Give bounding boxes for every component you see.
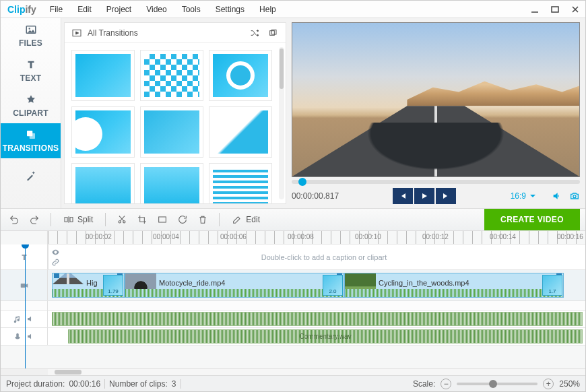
zoom-out-button[interactable]: − bbox=[441, 379, 451, 389]
sidebar-item-transitions[interactable]: TRANSITIONS bbox=[1, 123, 61, 158]
zoom-value: 250% bbox=[559, 379, 580, 389]
panel-title: All Transitions bbox=[88, 28, 138, 38]
svg-rect-4 bbox=[29, 133, 34, 139]
playhead[interactable] bbox=[25, 244, 26, 368]
frame-button[interactable] bbox=[154, 211, 170, 228]
music-track-icon bbox=[13, 315, 22, 324]
sidebar: FILES TEXT CLIPART TRANSITIONS bbox=[1, 18, 61, 208]
video-track-lane[interactable]: Hig 1.79 Motocycle_ride.mp4 2.0 bbox=[48, 270, 585, 300]
text-track-hint: Double-click to add a caption or clipart bbox=[261, 253, 387, 261]
star-icon bbox=[25, 94, 37, 106]
cut-button[interactable] bbox=[114, 211, 130, 228]
link-icon[interactable] bbox=[51, 258, 60, 267]
panel-scrollbar[interactable] bbox=[279, 47, 284, 199]
sidebar-item-clipart[interactable]: CLIPART bbox=[1, 88, 61, 123]
app-logo: Clipify bbox=[1, 4, 43, 15]
timeline-h-scroll[interactable] bbox=[1, 368, 585, 375]
svg-point-2 bbox=[28, 28, 30, 29]
clip-count-value: 3 bbox=[172, 379, 176, 389]
transition-thumb[interactable] bbox=[140, 163, 203, 203]
clip-count-label: Number of clips: bbox=[109, 379, 168, 389]
transition-thumb[interactable] bbox=[71, 106, 135, 158]
menu-project[interactable]: Project bbox=[100, 2, 138, 17]
next-button[interactable] bbox=[436, 188, 456, 204]
snapshot-icon[interactable] bbox=[569, 191, 580, 201]
sidebar-label: TEXT bbox=[20, 73, 41, 83]
menu-help[interactable]: Help bbox=[253, 2, 283, 17]
delete-button[interactable] bbox=[195, 211, 211, 228]
edit-button[interactable]: Edit bbox=[228, 211, 264, 228]
video-clip[interactable]: Hig 1.79 bbox=[52, 273, 125, 298]
undo-button[interactable] bbox=[6, 211, 22, 228]
preview-pane: 00:00:00.817 16:9 bbox=[289, 18, 585, 208]
rotate-button[interactable] bbox=[174, 211, 191, 228]
wand-icon bbox=[25, 170, 37, 182]
music-track-lane[interactable] bbox=[48, 311, 585, 327]
text-track-icon bbox=[20, 253, 29, 262]
window-close-button[interactable] bbox=[565, 2, 585, 17]
track-head-voice bbox=[1, 328, 48, 345]
project-duration-value: 00:00:16 bbox=[69, 379, 100, 389]
split-button[interactable]: Split bbox=[59, 211, 97, 228]
transition-thumb[interactable] bbox=[209, 163, 272, 203]
mic-track-icon bbox=[13, 332, 22, 341]
window-maximize-button[interactable] bbox=[545, 2, 565, 17]
aspect-ratio-button[interactable]: 16:9 bbox=[511, 191, 537, 201]
svg-rect-10 bbox=[70, 218, 73, 222]
transition-thumb[interactable] bbox=[140, 106, 203, 158]
stack-icon[interactable] bbox=[268, 28, 279, 38]
audio-clip-commentary[interactable]: Commentary.wav bbox=[68, 329, 583, 344]
transition-grid bbox=[71, 50, 282, 203]
timeline-toolbar: Split Edit CREATE VIDEO bbox=[1, 208, 585, 231]
menu-settings[interactable]: Settings bbox=[209, 2, 251, 17]
zoom-slider[interactable] bbox=[457, 383, 538, 385]
scale-label: Scale: bbox=[413, 379, 435, 389]
volume-icon[interactable] bbox=[552, 191, 562, 201]
track-head-music bbox=[1, 311, 48, 327]
transition-thumb[interactable] bbox=[209, 106, 272, 158]
ruler-head bbox=[1, 231, 48, 244]
menu-edit[interactable]: Edit bbox=[71, 2, 98, 17]
transition-thumb[interactable] bbox=[71, 50, 135, 101]
prev-button[interactable] bbox=[393, 188, 413, 204]
menu-file[interactable]: File bbox=[43, 2, 69, 17]
menu-bar: Clipify File Edit Project Video Tools Se… bbox=[1, 1, 585, 18]
status-bar: Project duration: 00:00:16 Number of cli… bbox=[1, 375, 585, 391]
chevron-down-icon bbox=[529, 192, 537, 200]
transition-thumb[interactable] bbox=[71, 163, 135, 203]
preview-video[interactable] bbox=[292, 22, 580, 177]
sidebar-item-effects[interactable] bbox=[1, 158, 61, 193]
audio-clip[interactable] bbox=[52, 312, 583, 326]
zoom-in-button[interactable]: + bbox=[543, 379, 554, 389]
sidebar-label: CLIPART bbox=[13, 108, 48, 118]
svg-rect-13 bbox=[159, 217, 166, 222]
transition-thumb[interactable] bbox=[209, 50, 272, 101]
svg-point-8 bbox=[573, 195, 576, 198]
time-ruler[interactable]: 00:00:02 00:00:04 00:00:06 00:00:08 00:0… bbox=[48, 231, 585, 244]
eye-icon[interactable] bbox=[51, 248, 60, 257]
image-icon bbox=[25, 24, 37, 36]
voice-track-lane[interactable]: Commentary.wav bbox=[48, 328, 585, 345]
create-video-button[interactable]: CREATE VIDEO bbox=[484, 209, 580, 230]
shuffle-icon[interactable] bbox=[249, 28, 260, 38]
video-clip[interactable]: Cycling_in_the_woods.mp4 1.7 bbox=[344, 273, 564, 298]
seek-bar[interactable] bbox=[292, 180, 580, 184]
project-duration-label: Project duration: bbox=[6, 379, 65, 389]
timecode: 00:00:00.817 bbox=[292, 191, 339, 201]
play-button[interactable] bbox=[414, 188, 434, 204]
video-clip[interactable]: Motocycle_ride.mp4 2.0 bbox=[125, 273, 344, 298]
timeline: 00:00:02 00:00:04 00:00:06 00:00:08 00:0… bbox=[1, 231, 585, 375]
svg-rect-0 bbox=[552, 7, 558, 12]
text-track-lane[interactable]: Double-click to add a caption or clipart bbox=[63, 244, 585, 269]
redo-button[interactable] bbox=[26, 211, 42, 228]
crop-button[interactable] bbox=[134, 211, 150, 228]
window-minimize-button[interactable] bbox=[525, 2, 545, 17]
sidebar-item-files[interactable]: FILES bbox=[1, 18, 61, 53]
sidebar-item-text[interactable]: TEXT bbox=[1, 53, 61, 88]
transition-thumb[interactable] bbox=[140, 50, 203, 101]
volume-icon[interactable] bbox=[26, 315, 35, 323]
volume-icon[interactable] bbox=[26, 332, 35, 341]
menu-tools[interactable]: Tools bbox=[175, 2, 207, 17]
menu-video[interactable]: Video bbox=[139, 2, 173, 17]
play-box-icon bbox=[71, 28, 82, 38]
